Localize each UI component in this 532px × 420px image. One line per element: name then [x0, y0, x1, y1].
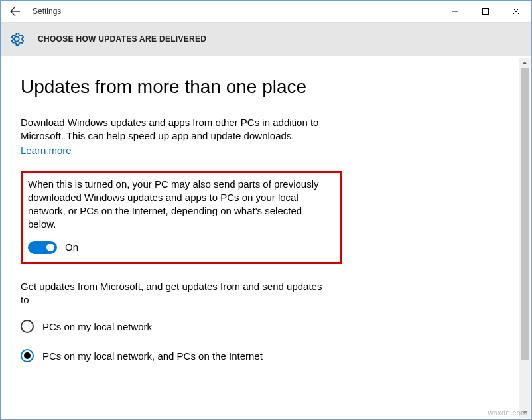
radio-label: PCs on my local network [42, 321, 152, 332]
radio-button [21, 320, 34, 333]
page-header: CHOOSE HOW UPDATES ARE DELIVERED [1, 22, 531, 56]
back-button[interactable] [1, 1, 30, 22]
page-title: Updates from more than one place [21, 76, 531, 98]
gear-icon [9, 31, 25, 47]
minimize-button[interactable] [440, 1, 470, 22]
scroll-up-button[interactable] [519, 58, 530, 68]
chevron-up-icon [522, 60, 527, 66]
toggle-knob [46, 244, 54, 251]
learn-more-link[interactable]: Learn more [21, 145, 72, 156]
breadcrumb: CHOOSE HOW UPDATES ARE DELIVERED [38, 35, 206, 44]
vertical-scrollbar[interactable] [519, 58, 530, 418]
close-icon [513, 8, 519, 15]
maximize-button[interactable] [470, 1, 501, 22]
radio-group: PCs on my local network PCs on my local … [21, 320, 531, 362]
intro-text: Download Windows updates and apps from o… [21, 116, 326, 143]
radio-label: PCs on my local network, and PCs on the … [42, 350, 263, 362]
minimize-icon [452, 8, 458, 15]
watermark: wsxdn.com [488, 409, 527, 417]
delivery-toggle[interactable] [28, 241, 57, 254]
arrow-left-icon [10, 6, 21, 17]
radio-section-label: Get updates from Microsoft, and get upda… [21, 280, 326, 307]
close-button[interactable] [501, 1, 531, 22]
highlighted-section: When this is turned on, your PC may also… [21, 171, 342, 264]
toggle-state-label: On [65, 242, 78, 253]
radio-button [21, 349, 34, 362]
explanation-text: When this is turned on, your PC may also… [28, 178, 320, 232]
title-bar: Settings [1, 1, 531, 22]
delivery-toggle-row: On [28, 241, 334, 254]
radio-option-internet[interactable]: PCs on my local network, and PCs on the … [21, 349, 531, 362]
scroll-thumb[interactable] [521, 68, 529, 360]
svg-rect-0 [483, 9, 489, 15]
radio-option-local[interactable]: PCs on my local network [21, 320, 531, 333]
maximize-icon [482, 8, 489, 15]
content-scroll[interactable]: Updates from more than one place Downloa… [1, 56, 531, 419]
window-title: Settings [33, 7, 61, 16]
